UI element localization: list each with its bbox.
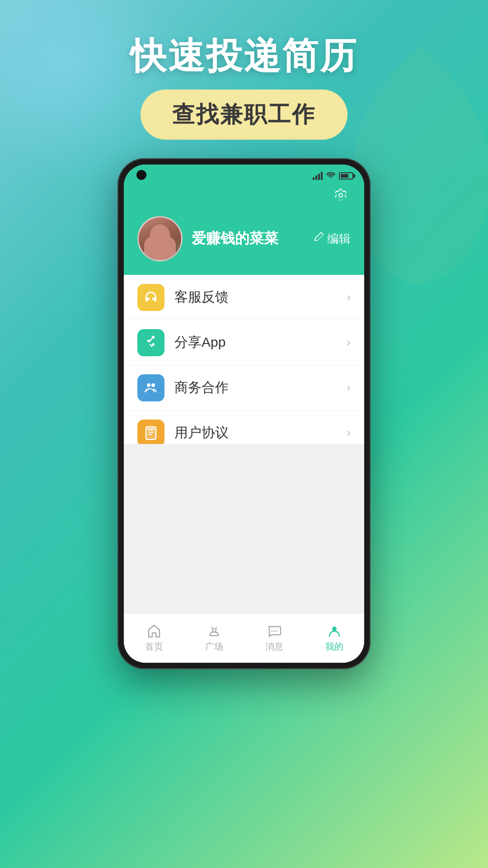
nav-item-profile[interactable]: 我的 (304, 613, 364, 663)
status-bar (124, 165, 364, 187)
wifi-icon (326, 171, 335, 180)
svg-rect-12 (147, 428, 155, 430)
settings-gear-icon (333, 187, 349, 207)
phone-screen: 爱赚钱的菜菜 编辑 (124, 165, 364, 663)
svg-line-2 (150, 338, 152, 341)
svg-point-25 (332, 627, 337, 631)
header-title: 快速投递简历 (0, 36, 488, 76)
svg-line-3 (150, 344, 152, 347)
header-area: 快速投递简历 查找兼职工作 (0, 0, 488, 140)
nav-item-home[interactable]: 首页 (124, 613, 184, 663)
edit-label: 编辑 (327, 231, 351, 247)
status-icons (313, 171, 353, 180)
username-label: 爱赚钱的菜菜 (192, 229, 278, 249)
chevron-icon: › (347, 290, 351, 304)
menu-item-customer-service[interactable]: 客服反馈 › (124, 275, 364, 320)
menu-item-business[interactable]: 商务合作 › (124, 365, 364, 410)
business-icon (137, 374, 164, 401)
menu-item-label-user-agreement: 用户协议 (174, 424, 347, 442)
user-agreement-icon (137, 420, 164, 444)
nav-label-home: 首页 (145, 641, 163, 653)
messages-icon (267, 623, 282, 639)
chevron-icon: › (347, 335, 351, 349)
svg-point-23 (273, 631, 275, 632)
customer-service-icon (137, 284, 164, 311)
camera-dot (136, 170, 146, 180)
bottom-nav: 首页 广场 消息 (124, 613, 364, 663)
svg-point-22 (271, 631, 272, 632)
svg-point-0 (148, 297, 150, 300)
svg-point-5 (147, 383, 150, 387)
edit-button[interactable]: 编辑 (313, 231, 351, 247)
nav-item-messages[interactable]: 消息 (244, 613, 304, 663)
header-subtitle-badge: 查找兼职工作 (141, 90, 347, 140)
svg-point-24 (276, 631, 277, 632)
chevron-icon: › (347, 426, 351, 440)
profile-row: 爱赚钱的菜菜 编辑 (137, 216, 351, 261)
edit-icon (313, 231, 324, 246)
settings-row (137, 187, 351, 207)
menu-item-share-app[interactable]: 分享App › (124, 320, 364, 365)
phone-frame: 爱赚钱的菜菜 编辑 (117, 158, 371, 669)
avatar-image (139, 217, 181, 260)
header-subtitle: 查找兼职工作 (172, 102, 316, 127)
menu-item-label-customer-service: 客服反馈 (174, 288, 347, 307)
nav-item-plaza[interactable]: 广场 (184, 613, 244, 663)
battery-fill (341, 174, 348, 178)
nav-label-profile: 我的 (325, 641, 343, 653)
svg-point-4 (151, 335, 155, 339)
plaza-icon (206, 623, 222, 639)
signal-icon (313, 172, 323, 180)
avatar (137, 216, 183, 261)
menu-item-label-business: 商务合作 (174, 378, 347, 397)
svg-point-1 (152, 297, 155, 300)
menu-list: 客服反馈 › 分享App › (124, 275, 364, 444)
nav-label-plaza: 广场 (205, 641, 223, 653)
chevron-icon: › (347, 381, 351, 395)
share-app-icon (137, 329, 164, 356)
menu-item-user-agreement[interactable]: 用户协议 › (124, 410, 364, 444)
settings-button[interactable] (331, 187, 351, 207)
gray-area (124, 444, 364, 613)
nav-label-messages: 消息 (265, 641, 283, 653)
svg-point-6 (151, 383, 155, 387)
home-icon (146, 623, 162, 639)
profile-left: 爱赚钱的菜菜 (137, 216, 278, 261)
battery-icon (339, 172, 353, 179)
profile-nav-icon (327, 623, 342, 639)
menu-item-label-share: 分享App (174, 333, 347, 352)
phone-wrapper: 爱赚钱的菜菜 编辑 (117, 158, 371, 669)
